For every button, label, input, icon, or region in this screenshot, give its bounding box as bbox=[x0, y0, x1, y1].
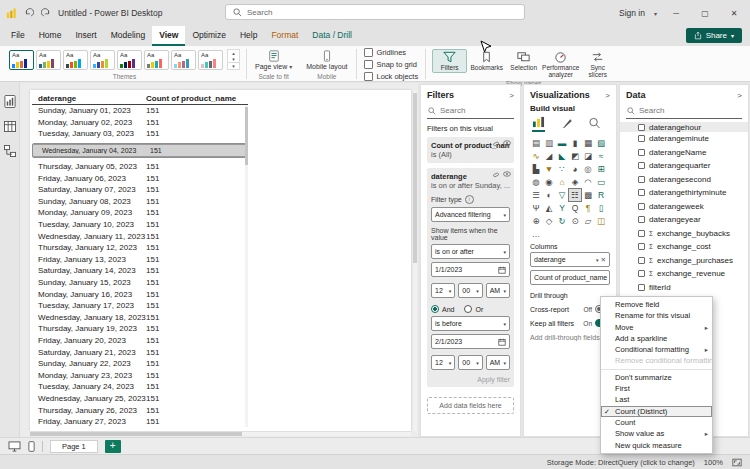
new-page-button[interactable]: + bbox=[105, 440, 121, 453]
ribbon-tab-insert[interactable]: Insert bbox=[68, 26, 103, 46]
table-row[interactable]: Thursday, January 12, 2023151 bbox=[32, 242, 248, 254]
table-row[interactable]: Wednesday, January 18, 2023151 bbox=[32, 312, 248, 324]
field-checkbox[interactable] bbox=[638, 230, 645, 237]
minimize-button[interactable]: ─ bbox=[666, 9, 686, 18]
kpi-icon[interactable]: ◐ bbox=[543, 189, 555, 201]
storage-mode-status[interactable]: Storage Mode: DirectQuery (click to chan… bbox=[547, 458, 695, 467]
shape-map-icon[interactable]: ⌂ bbox=[556, 176, 568, 188]
eye-icon[interactable] bbox=[503, 140, 511, 147]
clear-filter-icon[interactable] bbox=[493, 140, 500, 147]
table-row[interactable]: Friday, January 27, 2023151 bbox=[32, 416, 248, 428]
table-row[interactable]: Monday, January 23, 2023151 bbox=[32, 369, 248, 381]
table-row[interactable]: Tuesday, January 24, 2023151 bbox=[32, 381, 248, 393]
condition-1-select[interactable]: is on or after▾ bbox=[431, 244, 510, 259]
clustered-column-chart-icon[interactable]: ▮ bbox=[569, 137, 581, 149]
maximize-button[interactable]: ▢ bbox=[695, 9, 715, 18]
filter-card-count-of-product-name[interactable]: Count of product_name is (All) bbox=[427, 137, 514, 163]
filled-map-icon[interactable]: ◉ bbox=[543, 176, 555, 188]
filters-search-input[interactable]: Search bbox=[427, 104, 514, 119]
table-icon[interactable]: ☷ bbox=[569, 189, 581, 201]
table-row[interactable]: Friday, January 13, 2023151 bbox=[32, 254, 248, 266]
selection-button[interactable]: Selection bbox=[506, 49, 541, 73]
table-row[interactable]: Wednesday, January 25, 2023151 bbox=[32, 393, 248, 405]
ribbon-tab-home[interactable]: Home bbox=[32, 26, 69, 46]
card-icon[interactable]: ▭ bbox=[595, 176, 607, 188]
chevron-down-icon[interactable]: ▾ bbox=[596, 257, 599, 263]
paginated-report-icon[interactable]: ▯ bbox=[595, 202, 607, 214]
map-icon[interactable]: ◍ bbox=[530, 176, 542, 188]
smart-narrative-icon[interactable]: ¶ bbox=[582, 202, 594, 214]
new-card-icon[interactable]: ▱ bbox=[582, 215, 594, 227]
menu-item-show-value-as[interactable]: Show value as▸ bbox=[601, 428, 712, 439]
line-chart-icon[interactable]: ∿ bbox=[530, 150, 542, 162]
field-row-daterangeminute[interactable]: daterangeminute bbox=[626, 132, 742, 146]
filters-button[interactable]: Filters bbox=[432, 49, 467, 73]
theme-8[interactable]: Aa bbox=[198, 50, 223, 70]
arcgis-map-icon[interactable]: ⊕ bbox=[530, 215, 542, 227]
field-checkbox[interactable] bbox=[638, 189, 645, 196]
menu-item-new-quick-measure[interactable]: New quick measure bbox=[601, 440, 712, 451]
add-data-fields-dropzone[interactable]: Add data fields here bbox=[427, 397, 514, 414]
model-view-icon[interactable] bbox=[4, 145, 16, 157]
table-row[interactable]: Friday, January 06, 2023151 bbox=[32, 172, 248, 184]
area-chart-icon[interactable]: ◢ bbox=[543, 150, 555, 162]
field-row-daterangeweek[interactable]: daterangeweek bbox=[626, 200, 742, 214]
ribbon-chart-icon[interactable]: ≈ bbox=[595, 150, 607, 162]
mobile-layout-button[interactable]: Mobile layout bbox=[304, 49, 349, 71]
table-row[interactable]: Sunday, January 01, 2023151 bbox=[32, 105, 248, 117]
table-row[interactable]: Saturday, January 28, 2023151 bbox=[32, 427, 248, 429]
ribbon-tab-data-drill[interactable]: Data / Drill bbox=[305, 26, 359, 46]
minute-select[interactable]: 00▾ bbox=[458, 283, 482, 298]
menu-item-move[interactable]: Move▸ bbox=[601, 322, 712, 333]
menu-item-remove-field[interactable]: Remove field bbox=[601, 299, 712, 310]
collapse-pane-icon[interactable]: > bbox=[605, 91, 610, 100]
report-page[interactable]: daterange Count of product_name Sunday, … bbox=[30, 90, 411, 431]
sync-slicers-button[interactable]: Sync slicers bbox=[580, 49, 615, 80]
table-vertical-scrollbar[interactable] bbox=[245, 105, 248, 427]
menu-item-add-a-sparkline[interactable]: Add a sparkline bbox=[601, 333, 712, 344]
stacked-area-chart-icon[interactable]: ◣ bbox=[556, 150, 568, 162]
collapse-pane-icon[interactable]: > bbox=[737, 91, 742, 100]
bookmarks-button[interactable]: Bookmarks bbox=[469, 49, 504, 73]
scatter-chart-icon[interactable]: ∵ bbox=[556, 163, 568, 175]
menu-item-count-distinct[interactable]: Count (Distinct)✓ bbox=[601, 406, 712, 417]
clear-filter-icon[interactable] bbox=[493, 171, 500, 178]
stacked-bar-chart-icon[interactable]: ▤ bbox=[530, 137, 542, 149]
redo-icon[interactable] bbox=[41, 8, 51, 18]
ampm-select[interactable]: AM▾ bbox=[486, 355, 510, 370]
theme-7[interactable]: Aa bbox=[171, 50, 196, 70]
add-drill-through-dropzone[interactable]: Add drill-through fields here bbox=[530, 334, 610, 341]
gauge-icon[interactable]: ◠ bbox=[582, 176, 594, 188]
remove-field-icon[interactable]: ✕ bbox=[601, 256, 606, 264]
build-visual-tab[interactable] bbox=[532, 116, 545, 132]
field-row-daterangeyear[interactable]: daterangeyear bbox=[626, 213, 742, 227]
qa-visual-icon[interactable]: Q bbox=[569, 202, 581, 214]
field-checkbox[interactable] bbox=[638, 124, 645, 131]
field-row-daterangename[interactable]: daterangeName bbox=[626, 146, 742, 160]
metrics-icon[interactable]: ⊙ bbox=[569, 215, 581, 227]
100-stacked-bar-chart-icon[interactable]: ▦ bbox=[582, 137, 594, 149]
close-button[interactable]: ✕ bbox=[724, 9, 744, 18]
checkbox-lock-objects[interactable]: Lock objects bbox=[364, 72, 419, 81]
condition-2-select[interactable]: is before▾ bbox=[431, 316, 510, 331]
menu-item-rename-for-this-visual[interactable]: Rename for this visual bbox=[601, 310, 712, 321]
menu-item-count[interactable]: Count bbox=[601, 417, 712, 428]
pie-chart-icon[interactable]: ◕ bbox=[569, 163, 581, 175]
zoom-level[interactable]: 100% bbox=[704, 458, 723, 467]
undo-icon[interactable] bbox=[24, 8, 34, 18]
field-checkbox[interactable] bbox=[638, 135, 645, 142]
analytics-tab[interactable] bbox=[588, 117, 601, 131]
field-checkbox[interactable] bbox=[638, 216, 645, 223]
hour-select[interactable]: 12▾ bbox=[431, 283, 455, 298]
table-row[interactable]: Sunday, January 08, 2023151 bbox=[32, 196, 248, 208]
clustered-bar-chart-icon[interactable]: ▬ bbox=[556, 137, 568, 149]
menu-item-first[interactable]: First bbox=[601, 383, 712, 394]
report-view-icon[interactable] bbox=[4, 95, 16, 108]
theme-6[interactable]: Aa bbox=[144, 50, 169, 70]
ribbon-tab-modeling[interactable]: Modeling bbox=[104, 26, 153, 46]
field-row-daterangesecond[interactable]: daterangesecond bbox=[626, 173, 742, 187]
table-row[interactable]: Sunday, January 15, 2023151 bbox=[32, 277, 248, 289]
field-checkbox[interactable] bbox=[638, 243, 645, 250]
line-and-stacked-column-chart-icon[interactable]: ◩ bbox=[569, 150, 581, 162]
filter-type-select[interactable]: Advanced filtering▾ bbox=[431, 207, 510, 222]
